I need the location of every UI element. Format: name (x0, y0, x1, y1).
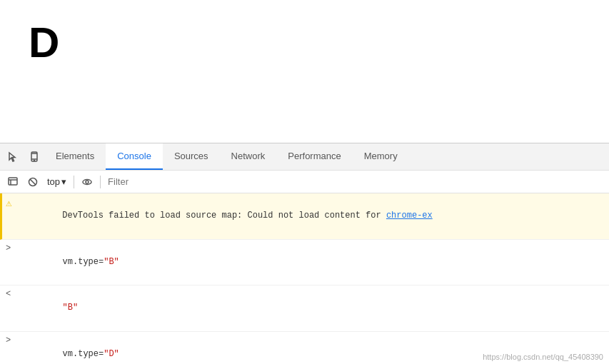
tab-elements[interactable]: Elements (44, 143, 106, 170)
inspect-icon[interactable] (3, 147, 23, 167)
no-icon[interactable] (24, 173, 41, 191)
devtools-panel: Elements Console Sources Network Perform… (0, 143, 609, 364)
tab-console[interactable]: Console (106, 143, 163, 170)
console-filter-row: top ▾ (0, 171, 609, 193)
watermark: https://blog.csdn.net/qq_45408390 (483, 353, 603, 361)
svg-line-8 (30, 179, 36, 185)
console-warning-line: ⚠ DevTools failed to load source map: Co… (0, 193, 609, 240)
page-letter: D (29, 21, 59, 64)
toolbar-left-icons (3, 143, 44, 170)
console-line-vm-b-input: > vm.type="B" (0, 240, 609, 286)
tab-sources[interactable]: Sources (163, 143, 220, 170)
svg-point-3 (34, 160, 35, 161)
filter-separator2 (100, 176, 101, 188)
filter-input[interactable] (105, 176, 605, 187)
eye-icon[interactable] (79, 173, 96, 191)
tab-memory[interactable]: Memory (353, 143, 409, 170)
console-line-b-result: < "B" (0, 285, 609, 332)
filter-separator (74, 176, 74, 188)
devtools-tabs: Elements Console Sources Network Perform… (0, 143, 609, 171)
tab-network[interactable]: Network (220, 143, 277, 170)
console-output: ⚠ DevTools failed to load source map: Co… (0, 193, 609, 364)
context-dropdown[interactable]: top ▾ (44, 175, 69, 188)
svg-rect-4 (9, 178, 17, 185)
warning-icon: ⚠ (6, 196, 11, 211)
source-map-link[interactable]: chrome-ex (386, 211, 433, 221)
tab-performance[interactable]: Performance (276, 143, 352, 170)
console-clear-icon[interactable] (4, 173, 21, 191)
svg-point-10 (86, 181, 89, 183)
device-icon[interactable] (24, 147, 44, 167)
page-content: D (0, 0, 609, 150)
